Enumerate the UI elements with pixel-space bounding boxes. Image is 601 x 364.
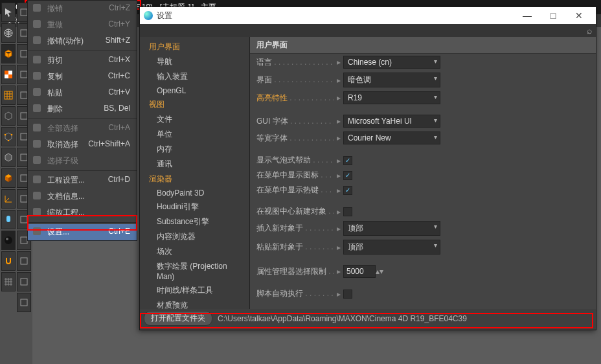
- checkbox-在菜单中显示图标[interactable]: ✓: [343, 171, 352, 180]
- category-Houdini引擎[interactable]: Houdini引擎: [140, 199, 249, 214]
- menu-item-label: 工程设置...: [47, 175, 85, 186]
- select-粘贴新对象于[interactable]: 顶部: [343, 240, 440, 255]
- tool-edge-cube-icon[interactable]: [1, 148, 16, 167]
- field-插入新对象于: 插入新对象于▸顶部: [250, 219, 596, 238]
- menu-item-取消选择[interactable]: 取消选择Ctrl+Shift+A: [28, 137, 137, 153]
- chevron-right-icon: ▸: [337, 224, 341, 233]
- form-pane: 用户界面 语言▸Chinese (cn)界面▸暗色调高亮特性▸R19GUI 字体…: [250, 37, 596, 309]
- search-icon[interactable]: ⌕: [587, 25, 592, 36]
- chevron-right-icon: ▸: [337, 76, 341, 85]
- select-语言[interactable]: Chinese (cn): [343, 56, 440, 69]
- menu-item-icon: [32, 3, 42, 13]
- category-文件[interactable]: 文件: [140, 112, 249, 127]
- minimize-button[interactable]: —: [514, 10, 540, 21]
- category-单位[interactable]: 单位: [140, 127, 249, 142]
- select-等宽字体[interactable]: Courier New: [343, 131, 440, 144]
- category-list[interactable]: 用户界面导航输入装置OpenGL视图文件单位内存通讯渲染器BodyPaint 3…: [140, 37, 250, 309]
- field-粘贴新对象于: 粘贴新对象于▸顶部: [250, 238, 596, 256]
- close-button[interactable]: ✕: [566, 10, 592, 21]
- category-导航[interactable]: 导航: [140, 54, 249, 69]
- menu-item-重做[interactable]: 重做Ctrl+Y: [28, 17, 137, 33]
- subtool-12[interactable]: [17, 251, 31, 271]
- menu-item-label: 撤销: [47, 3, 63, 14]
- settings-titlebar[interactable]: 设置 — □ ✕: [140, 7, 596, 24]
- tool-checker-icon[interactable]: [1, 65, 16, 84]
- category-OpenGL[interactable]: OpenGL: [140, 84, 249, 97]
- maximize-button[interactable]: □: [540, 10, 566, 21]
- svg-rect-25: [21, 299, 27, 306]
- menu-item-icon: [32, 190, 42, 201]
- tool-grid2-icon[interactable]: [1, 272, 16, 291]
- select-界面[interactable]: 暗色调: [343, 73, 440, 87]
- svg-rect-30: [33, 72, 41, 80]
- checkbox-显示气泡式帮助[interactable]: ✓: [343, 156, 352, 165]
- category-BodyPaint 3D[interactable]: BodyPaint 3D: [140, 187, 249, 199]
- menu-item-粘贴[interactable]: 粘贴Ctrl+V: [28, 85, 137, 101]
- category-渲染器[interactable]: 渲染器: [140, 172, 249, 187]
- checkbox-在视图中心新建对象[interactable]: [343, 207, 352, 216]
- tool-wire-cube-icon[interactable]: [1, 106, 16, 126]
- category-场次[interactable]: 场次: [140, 244, 249, 259]
- category-时间线/样条工具[interactable]: 时间线/样条工具: [140, 283, 249, 298]
- field-label: 粘贴新对象于: [256, 242, 334, 253]
- chevron-right-icon: ▸: [337, 133, 341, 142]
- number-属性管理器选择限制[interactable]: 5000: [343, 265, 376, 278]
- field-等宽字体: 等宽字体▸Courier New: [250, 130, 596, 146]
- tool-axis-icon[interactable]: [1, 189, 16, 209]
- category-视图[interactable]: 视图: [140, 97, 249, 112]
- menu-item-撤销[interactable]: 撤销Ctrl+Z: [28, 1, 137, 17]
- subtool-13[interactable]: [17, 272, 31, 291]
- menu-item-文档信息...[interactable]: 文档信息...: [28, 188, 137, 205]
- svg-rect-14: [21, 71, 27, 78]
- select-插入新对象于[interactable]: 顶部: [343, 221, 440, 236]
- category-内容浏览器[interactable]: 内容浏览器: [140, 229, 249, 244]
- checkbox-脚本自动执行[interactable]: [343, 290, 352, 299]
- open-config-button[interactable]: 打开配置文件夹: [144, 311, 212, 326]
- select-GUI 字体[interactable]: Microsoft YaHei UI: [343, 115, 440, 128]
- svg-rect-13: [21, 51, 27, 57]
- menu-item-撤销(动作)[interactable]: 撤销(动作)Shift+Z: [28, 33, 137, 49]
- tool-grid-icon[interactable]: [1, 85, 16, 105]
- category-通讯[interactable]: 通讯: [140, 157, 249, 172]
- svg-rect-34: [33, 140, 41, 148]
- menu-item-shortcut: Ctrl+C: [108, 71, 130, 82]
- menu-item-选择子级[interactable]: 选择子级: [28, 153, 137, 169]
- menu-item-设置...[interactable]: 设置...Ctrl+E: [28, 224, 137, 240]
- tool-sphere-icon[interactable]: [1, 231, 16, 250]
- category-材质预览[interactable]: 材质预览: [140, 298, 249, 309]
- select-高亮特性[interactable]: R19: [343, 91, 440, 104]
- menu-item-删除[interactable]: 删除BS, Del: [28, 101, 137, 117]
- settings-logo-icon: [144, 11, 153, 20]
- category-用户界面[interactable]: 用户界面: [140, 40, 249, 54]
- menu-item-复制[interactable]: 复制Ctrl+C: [28, 69, 137, 85]
- chevron-right-icon: ▸: [337, 243, 341, 252]
- subtool-14[interactable]: [17, 293, 31, 312]
- menu-item-缩放工程...[interactable]: 缩放工程...: [28, 205, 137, 221]
- spinner-icon[interactable]: ▴▾: [376, 267, 383, 276]
- svg-rect-31: [33, 88, 41, 96]
- menu-item-剪切[interactable]: 剪切Ctrl+X: [28, 52, 137, 69]
- field-label: 高亮特性: [256, 93, 334, 104]
- field-语言: 语言▸Chinese (cn): [250, 54, 596, 71]
- category-数字绘景 (Projection Man)[interactable]: 数字绘景 (Projection Man): [140, 259, 249, 283]
- category-Substance引擎[interactable]: Substance引擎: [140, 214, 249, 229]
- menu-item-icon: [32, 71, 42, 81]
- tool-mouse-icon[interactable]: [1, 210, 16, 229]
- tool-cube-icon[interactable]: [1, 44, 16, 63]
- category-内存[interactable]: 内存: [140, 142, 249, 157]
- tool-point-cube-icon[interactable]: [1, 127, 16, 146]
- checkbox-在菜单中显示热键[interactable]: ✓: [343, 186, 352, 195]
- menu-item-label: 剪切: [47, 55, 63, 66]
- menu-item-全部选择[interactable]: 全部选择Ctrl+A: [28, 120, 137, 137]
- svg-rect-38: [33, 208, 41, 216]
- tool-globe-icon[interactable]: [1, 23, 16, 43]
- svg-rect-35: [33, 156, 41, 164]
- field-在菜单中显示热键: 在菜单中显示热键▸✓: [250, 183, 596, 198]
- tool-select-icon[interactable]: [1, 3, 16, 22]
- tool-face-cube-icon[interactable]: [1, 168, 16, 188]
- menu-item-工程设置...[interactable]: 工程设置...Ctrl+D: [28, 172, 137, 188]
- tool-magnet-icon[interactable]: [1, 251, 16, 271]
- menu-item-icon: [32, 19, 42, 29]
- menu-item-label: 粘贴: [47, 87, 63, 98]
- category-输入装置[interactable]: 输入装置: [140, 69, 249, 84]
